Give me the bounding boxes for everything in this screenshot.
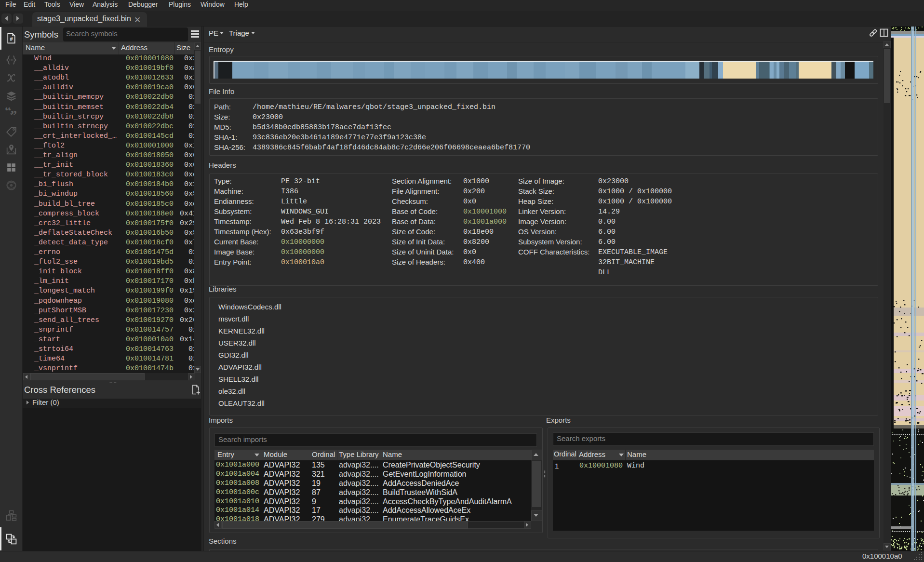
svg-text:#: # <box>10 36 13 42</box>
